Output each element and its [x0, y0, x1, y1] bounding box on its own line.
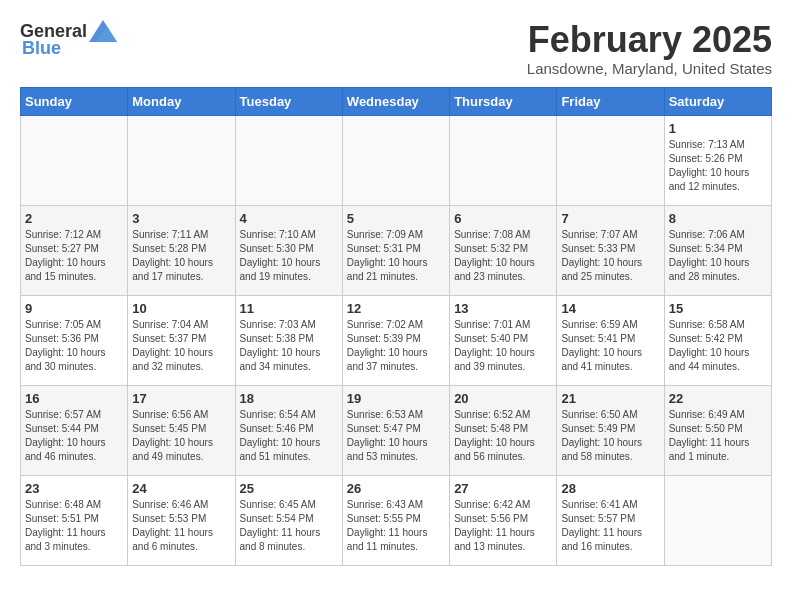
calendar-cell: 21Sunrise: 6:50 AM Sunset: 5:49 PM Dayli… — [557, 385, 664, 475]
day-number: 20 — [454, 391, 552, 406]
day-info: Sunrise: 6:41 AM Sunset: 5:57 PM Dayligh… — [561, 498, 659, 554]
day-info: Sunrise: 6:58 AM Sunset: 5:42 PM Dayligh… — [669, 318, 767, 374]
calendar-cell — [664, 475, 771, 565]
day-number: 4 — [240, 211, 338, 226]
day-number: 16 — [25, 391, 123, 406]
weekday-header-sunday: Sunday — [21, 87, 128, 115]
calendar-cell: 2Sunrise: 7:12 AM Sunset: 5:27 PM Daylig… — [21, 205, 128, 295]
day-number: 6 — [454, 211, 552, 226]
day-number: 13 — [454, 301, 552, 316]
day-number: 18 — [240, 391, 338, 406]
calendar-cell: 16Sunrise: 6:57 AM Sunset: 5:44 PM Dayli… — [21, 385, 128, 475]
day-number: 17 — [132, 391, 230, 406]
day-info: Sunrise: 6:54 AM Sunset: 5:46 PM Dayligh… — [240, 408, 338, 464]
day-number: 28 — [561, 481, 659, 496]
calendar-cell: 15Sunrise: 6:58 AM Sunset: 5:42 PM Dayli… — [664, 295, 771, 385]
day-info: Sunrise: 7:01 AM Sunset: 5:40 PM Dayligh… — [454, 318, 552, 374]
day-info: Sunrise: 7:10 AM Sunset: 5:30 PM Dayligh… — [240, 228, 338, 284]
calendar-cell: 26Sunrise: 6:43 AM Sunset: 5:55 PM Dayli… — [342, 475, 449, 565]
calendar-subtitle: Lansdowne, Maryland, United States — [527, 60, 772, 77]
day-info: Sunrise: 6:52 AM Sunset: 5:48 PM Dayligh… — [454, 408, 552, 464]
weekday-header-thursday: Thursday — [450, 87, 557, 115]
day-info: Sunrise: 6:43 AM Sunset: 5:55 PM Dayligh… — [347, 498, 445, 554]
day-info: Sunrise: 6:48 AM Sunset: 5:51 PM Dayligh… — [25, 498, 123, 554]
weekday-header-monday: Monday — [128, 87, 235, 115]
calendar-cell: 14Sunrise: 6:59 AM Sunset: 5:41 PM Dayli… — [557, 295, 664, 385]
day-info: Sunrise: 6:45 AM Sunset: 5:54 PM Dayligh… — [240, 498, 338, 554]
day-info: Sunrise: 6:53 AM Sunset: 5:47 PM Dayligh… — [347, 408, 445, 464]
calendar-week-row: 16Sunrise: 6:57 AM Sunset: 5:44 PM Dayli… — [21, 385, 772, 475]
calendar-week-row: 9Sunrise: 7:05 AM Sunset: 5:36 PM Daylig… — [21, 295, 772, 385]
logo: General Blue — [20, 20, 117, 59]
calendar-cell: 23Sunrise: 6:48 AM Sunset: 5:51 PM Dayli… — [21, 475, 128, 565]
calendar-cell: 25Sunrise: 6:45 AM Sunset: 5:54 PM Dayli… — [235, 475, 342, 565]
day-number: 26 — [347, 481, 445, 496]
day-number: 3 — [132, 211, 230, 226]
day-info: Sunrise: 6:42 AM Sunset: 5:56 PM Dayligh… — [454, 498, 552, 554]
weekday-header-saturday: Saturday — [664, 87, 771, 115]
day-number: 25 — [240, 481, 338, 496]
day-number: 22 — [669, 391, 767, 406]
calendar-cell — [235, 115, 342, 205]
day-number: 23 — [25, 481, 123, 496]
calendar-cell — [557, 115, 664, 205]
day-number: 11 — [240, 301, 338, 316]
day-number: 7 — [561, 211, 659, 226]
calendar-cell: 22Sunrise: 6:49 AM Sunset: 5:50 PM Dayli… — [664, 385, 771, 475]
calendar-cell — [21, 115, 128, 205]
calendar-cell: 1Sunrise: 7:13 AM Sunset: 5:26 PM Daylig… — [664, 115, 771, 205]
day-info: Sunrise: 6:57 AM Sunset: 5:44 PM Dayligh… — [25, 408, 123, 464]
day-number: 2 — [25, 211, 123, 226]
calendar-cell — [128, 115, 235, 205]
day-number: 10 — [132, 301, 230, 316]
day-info: Sunrise: 6:49 AM Sunset: 5:50 PM Dayligh… — [669, 408, 767, 464]
calendar-cell: 6Sunrise: 7:08 AM Sunset: 5:32 PM Daylig… — [450, 205, 557, 295]
calendar-cell: 10Sunrise: 7:04 AM Sunset: 5:37 PM Dayli… — [128, 295, 235, 385]
calendar-week-row: 1Sunrise: 7:13 AM Sunset: 5:26 PM Daylig… — [21, 115, 772, 205]
calendar-cell: 7Sunrise: 7:07 AM Sunset: 5:33 PM Daylig… — [557, 205, 664, 295]
calendar-cell: 19Sunrise: 6:53 AM Sunset: 5:47 PM Dayli… — [342, 385, 449, 475]
weekday-header-wednesday: Wednesday — [342, 87, 449, 115]
calendar-cell: 13Sunrise: 7:01 AM Sunset: 5:40 PM Dayli… — [450, 295, 557, 385]
logo-blue-text: Blue — [22, 38, 61, 59]
day-info: Sunrise: 7:09 AM Sunset: 5:31 PM Dayligh… — [347, 228, 445, 284]
calendar-title: February 2025 — [527, 20, 772, 60]
calendar-cell: 20Sunrise: 6:52 AM Sunset: 5:48 PM Dayli… — [450, 385, 557, 475]
calendar-cell: 24Sunrise: 6:46 AM Sunset: 5:53 PM Dayli… — [128, 475, 235, 565]
day-info: Sunrise: 7:03 AM Sunset: 5:38 PM Dayligh… — [240, 318, 338, 374]
calendar-week-row: 23Sunrise: 6:48 AM Sunset: 5:51 PM Dayli… — [21, 475, 772, 565]
day-info: Sunrise: 7:04 AM Sunset: 5:37 PM Dayligh… — [132, 318, 230, 374]
weekday-header-row: SundayMondayTuesdayWednesdayThursdayFrid… — [21, 87, 772, 115]
calendar-cell: 18Sunrise: 6:54 AM Sunset: 5:46 PM Dayli… — [235, 385, 342, 475]
calendar-cell: 28Sunrise: 6:41 AM Sunset: 5:57 PM Dayli… — [557, 475, 664, 565]
day-number: 9 — [25, 301, 123, 316]
calendar-cell — [450, 115, 557, 205]
calendar-week-row: 2Sunrise: 7:12 AM Sunset: 5:27 PM Daylig… — [21, 205, 772, 295]
day-number: 14 — [561, 301, 659, 316]
day-number: 12 — [347, 301, 445, 316]
page-header: General Blue February 2025 Lansdowne, Ma… — [20, 20, 772, 77]
day-number: 5 — [347, 211, 445, 226]
calendar-cell: 27Sunrise: 6:42 AM Sunset: 5:56 PM Dayli… — [450, 475, 557, 565]
calendar-cell: 12Sunrise: 7:02 AM Sunset: 5:39 PM Dayli… — [342, 295, 449, 385]
day-number: 8 — [669, 211, 767, 226]
calendar-cell: 5Sunrise: 7:09 AM Sunset: 5:31 PM Daylig… — [342, 205, 449, 295]
day-info: Sunrise: 7:12 AM Sunset: 5:27 PM Dayligh… — [25, 228, 123, 284]
calendar-cell: 9Sunrise: 7:05 AM Sunset: 5:36 PM Daylig… — [21, 295, 128, 385]
calendar-cell: 3Sunrise: 7:11 AM Sunset: 5:28 PM Daylig… — [128, 205, 235, 295]
day-number: 24 — [132, 481, 230, 496]
day-info: Sunrise: 7:07 AM Sunset: 5:33 PM Dayligh… — [561, 228, 659, 284]
day-info: Sunrise: 7:13 AM Sunset: 5:26 PM Dayligh… — [669, 138, 767, 194]
day-info: Sunrise: 6:50 AM Sunset: 5:49 PM Dayligh… — [561, 408, 659, 464]
title-block: February 2025 Lansdowne, Maryland, Unite… — [527, 20, 772, 77]
calendar-cell: 4Sunrise: 7:10 AM Sunset: 5:30 PM Daylig… — [235, 205, 342, 295]
calendar-cell — [342, 115, 449, 205]
day-info: Sunrise: 7:08 AM Sunset: 5:32 PM Dayligh… — [454, 228, 552, 284]
day-info: Sunrise: 6:56 AM Sunset: 5:45 PM Dayligh… — [132, 408, 230, 464]
day-info: Sunrise: 6:46 AM Sunset: 5:53 PM Dayligh… — [132, 498, 230, 554]
day-info: Sunrise: 7:11 AM Sunset: 5:28 PM Dayligh… — [132, 228, 230, 284]
calendar-cell: 8Sunrise: 7:06 AM Sunset: 5:34 PM Daylig… — [664, 205, 771, 295]
day-info: Sunrise: 7:06 AM Sunset: 5:34 PM Dayligh… — [669, 228, 767, 284]
day-info: Sunrise: 7:02 AM Sunset: 5:39 PM Dayligh… — [347, 318, 445, 374]
day-number: 27 — [454, 481, 552, 496]
